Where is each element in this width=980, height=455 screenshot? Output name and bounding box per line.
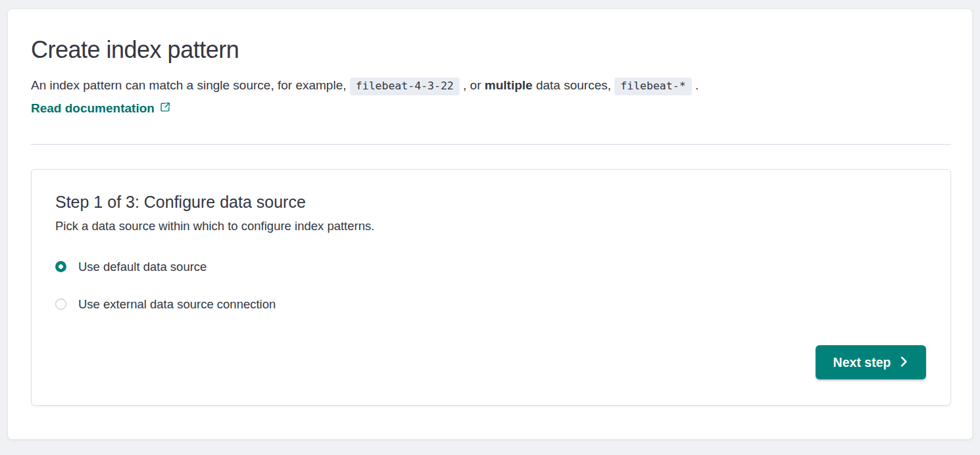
step-subheading: Pick a data source within which to confi… bbox=[55, 218, 927, 235]
external-link-icon bbox=[160, 101, 171, 116]
create-index-pattern-panel: Create index pattern An index pattern ca… bbox=[8, 9, 972, 439]
code-example-single-source: filebeat-4-3-22 bbox=[350, 78, 460, 95]
radio-unselected-icon[interactable] bbox=[55, 299, 66, 310]
chevron-right-icon bbox=[899, 355, 908, 370]
radio-label-default: Use default data source bbox=[78, 260, 207, 274]
intro-paragraph: An index pattern can match a single sour… bbox=[31, 76, 951, 95]
intro-bold-multiple: multiple bbox=[485, 78, 533, 92]
intro-text-2: , or bbox=[460, 78, 485, 92]
radio-use-default-data-source[interactable]: Use default data source bbox=[55, 260, 927, 274]
read-documentation-label: Read documentation bbox=[31, 101, 155, 116]
section-divider bbox=[31, 144, 951, 145]
next-step-label: Next step bbox=[833, 355, 891, 370]
read-documentation-link[interactable]: Read documentation bbox=[31, 101, 171, 116]
intro-text-3: data sources, bbox=[533, 78, 615, 92]
data-source-radio-group: Use default data source Use external dat… bbox=[55, 260, 927, 312]
code-example-wildcard: filebeat-* bbox=[614, 78, 691, 95]
page-title: Create index pattern bbox=[31, 36, 951, 64]
next-step-button[interactable]: Next step bbox=[816, 345, 926, 379]
radio-selected-icon[interactable] bbox=[55, 261, 66, 272]
step-panel: Step 1 of 3: Configure data source Pick … bbox=[31, 169, 951, 406]
radio-label-external: Use external data source connection bbox=[78, 297, 276, 312]
intro-text-4: . bbox=[692, 78, 699, 92]
step-heading: Step 1 of 3: Configure data source bbox=[55, 191, 927, 213]
intro-text-1: An index pattern can match a single sour… bbox=[31, 78, 350, 92]
radio-use-external-data-source[interactable]: Use external data source connection bbox=[55, 297, 927, 312]
